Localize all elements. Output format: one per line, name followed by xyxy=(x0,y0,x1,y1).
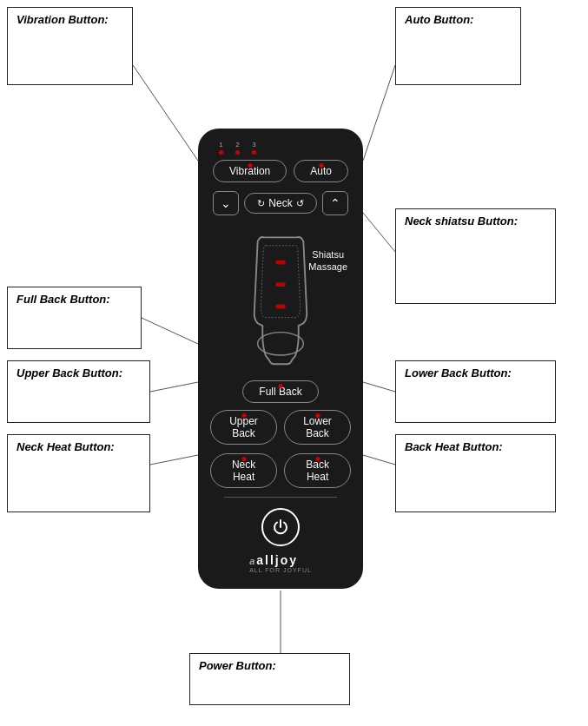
scroll-down-button[interactable]: ⌄ xyxy=(213,191,239,215)
svg-line-2 xyxy=(363,213,395,252)
auto-button[interactable]: Auto xyxy=(294,160,348,182)
upper-back-button[interactable]: Upper Back xyxy=(210,410,277,445)
svg-line-5 xyxy=(363,382,395,392)
indicator-dots: 1 2 3 xyxy=(219,141,256,155)
top-button-row: Vibration Auto xyxy=(210,160,351,182)
vibration-button-label: Vibration Button: xyxy=(7,7,133,85)
dot-2: 2 xyxy=(235,141,240,155)
neck-row: ⌄ ↻ Neck ↺ ⌃ xyxy=(210,191,351,215)
neck-shiatsu-button[interactable]: ↻ Neck ↺ xyxy=(244,193,316,214)
scroll-up-button[interactable]: ⌃ xyxy=(322,191,348,215)
upper-back-button-label: Upper Back Button: xyxy=(7,360,150,423)
full-back-button[interactable]: Full Back xyxy=(242,380,318,403)
dot-1: 1 xyxy=(219,141,223,155)
heat-buttons-row: Neck Heat Back Heat xyxy=(210,453,351,488)
remote-control: 1 2 3 Vibration Auto ⌄ ↻ Neck ↺ ⌃ xyxy=(198,129,363,589)
dot-3: 3 xyxy=(252,141,256,155)
power-button-label: Power Button: xyxy=(189,653,350,705)
shiatsu-label-line1: Shiatsu xyxy=(312,249,344,260)
vibration-button[interactable]: Vibration xyxy=(213,160,287,182)
power-icon xyxy=(272,518,289,536)
svg-line-6 xyxy=(150,455,198,465)
svg-line-0 xyxy=(133,65,198,161)
svg-line-4 xyxy=(150,382,198,392)
divider xyxy=(224,497,337,498)
lower-back-button-label: Lower Back Button: xyxy=(395,360,556,423)
svg-line-7 xyxy=(363,455,395,465)
back-heat-button[interactable]: Back Heat xyxy=(284,453,351,488)
svg-line-1 xyxy=(363,65,395,161)
auto-button-label: Auto Button: xyxy=(395,7,521,85)
full-back-row: Full Back xyxy=(210,380,351,403)
svg-point-9 xyxy=(258,333,304,355)
svg-rect-10 xyxy=(275,261,285,265)
back-heat-button-label: Back Heat Button: xyxy=(395,434,556,512)
svg-rect-12 xyxy=(275,305,285,309)
logo-subtitle: ALL FOR JOYFUL xyxy=(249,567,312,573)
mid-buttons-row: Upper Back Lower Back xyxy=(210,410,351,445)
massage-diagram-area: Shiatsu Massage xyxy=(210,222,351,375)
svg-rect-11 xyxy=(275,282,285,287)
neck-shiatsu-button-label: Neck shiatsu Button: xyxy=(395,208,556,304)
svg-line-3 xyxy=(142,318,198,344)
lower-back-button[interactable]: Lower Back xyxy=(284,410,351,445)
neck-heat-button-label: Neck Heat Button: xyxy=(7,434,150,512)
power-button[interactable] xyxy=(261,508,300,546)
logo-area: aalljoy ALL FOR JOYFUL xyxy=(249,553,312,573)
neck-heat-button[interactable]: Neck Heat xyxy=(210,453,277,488)
shiatsu-label-line2: Massage xyxy=(308,261,347,272)
full-back-button-label: Full Back Button: xyxy=(7,287,142,349)
